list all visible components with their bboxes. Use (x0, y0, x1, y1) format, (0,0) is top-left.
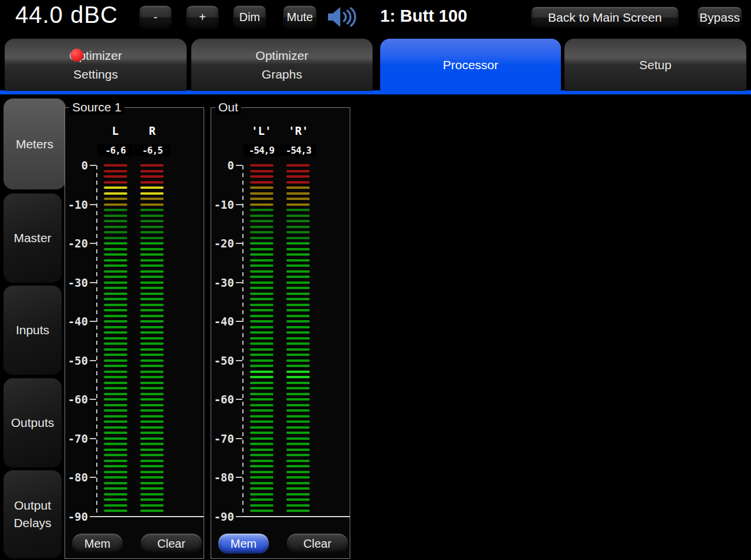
speaker-volume-icon[interactable] (327, 6, 360, 28)
preset-title: 1: Butt 100 (380, 6, 467, 26)
meter-segment (250, 476, 273, 478)
meter-segment (286, 270, 310, 273)
meter-segment (286, 476, 310, 478)
meter-segment (250, 404, 273, 406)
sidebar-item-inputs[interactable]: Inputs (4, 286, 62, 375)
back-to-main-button[interactable]: Back to Main Screen (531, 6, 679, 28)
meter-segment (250, 175, 273, 178)
volume-minus-button[interactable]: - (139, 5, 172, 29)
meter-segment (104, 471, 127, 473)
tab-setup[interactable]: Setup (564, 39, 746, 91)
meter-segment (250, 242, 273, 245)
meter-panel-source-1: Source 1 L R -6,6 -6,5 0-10-20-30-40-50-… (65, 107, 204, 559)
meter-segment (104, 415, 127, 418)
tab-optimizer-settings[interactable]: Optimizer Settings (5, 39, 187, 91)
sidebar-item-outputs[interactable]: Outputs (4, 378, 62, 467)
volume-plus-button[interactable]: + (186, 5, 219, 29)
meter-segment (104, 460, 127, 462)
meter-segment (286, 337, 310, 340)
meter-segment (104, 248, 127, 250)
meter-segment (250, 320, 273, 323)
meter-segment (104, 354, 127, 356)
meter-segment (140, 398, 164, 401)
meter-segment (286, 443, 310, 445)
meter-segment (104, 387, 127, 389)
scale-tick-label: -10 (211, 199, 234, 211)
scale-tick-label: -50 (211, 355, 234, 366)
meter-segment (286, 248, 310, 250)
mute-button[interactable]: Mute (283, 5, 317, 29)
clear-button[interactable]: Clear (286, 533, 349, 554)
top-bar: 44.0 dBC - + Dim Mute 1: Butt 100 Back t… (0, 0, 751, 34)
meter-segment (286, 259, 310, 262)
meter-segment (286, 220, 310, 222)
bypass-button[interactable]: Bypass (697, 6, 742, 28)
meter-segment (286, 460, 310, 462)
tab-optimizer-graphs[interactable]: Optimizer Graphs (191, 39, 373, 91)
meter-segment (286, 432, 310, 434)
meter-segment (250, 181, 273, 184)
meter-segment (140, 281, 164, 284)
meter-segment (104, 315, 127, 317)
meter-segment (250, 420, 273, 423)
meter-segment (140, 315, 164, 317)
meter-segment (286, 493, 310, 495)
meter-segment (250, 359, 273, 362)
meter-segment (140, 226, 164, 228)
meter-segment (250, 164, 273, 167)
meter-segment (104, 337, 127, 340)
meter-segment (250, 226, 273, 228)
meter-segment (140, 320, 164, 323)
meter-segment (104, 409, 127, 412)
meter-segment (140, 192, 164, 195)
meter-segment (104, 192, 127, 195)
meter-segment (286, 181, 310, 184)
tab-label: Setup (640, 56, 672, 74)
mem-button[interactable]: Mem (218, 533, 269, 554)
meter-segment (286, 371, 310, 373)
meter-segment (104, 493, 127, 495)
sidebar-item-label: Inputs (16, 323, 49, 338)
meter-segment (140, 209, 164, 211)
meter-segment (286, 203, 310, 206)
meter-segment (286, 209, 310, 211)
scale-tick-label: -20 (65, 237, 88, 249)
dim-button[interactable]: Dim (233, 5, 266, 29)
sidebar-item-output-delays[interactable]: Output Delays (4, 470, 62, 558)
meter-segment (104, 371, 127, 373)
sidebar-item-meters[interactable]: Meters (4, 99, 66, 189)
volume-minus-label: - (154, 11, 158, 24)
clear-button[interactable]: Clear (140, 533, 202, 554)
meter-segment (140, 231, 164, 233)
scale-tick-label: -30 (65, 277, 88, 289)
meter-axis (96, 165, 97, 517)
meter-segment (104, 309, 127, 311)
mem-button[interactable]: Mem (72, 533, 123, 554)
scale-tick-mark (90, 165, 96, 166)
meter-segment (286, 242, 310, 245)
meter-segment (104, 175, 127, 178)
meter-segment (140, 242, 164, 245)
channel-value-right: -54,3 (280, 144, 316, 157)
tab-processor[interactable]: Processor (380, 39, 561, 91)
meter-segment (104, 198, 127, 200)
scale-tick-label: -60 (65, 393, 88, 405)
scale-tick-label: 0 (65, 159, 88, 171)
mem-label: Mem (231, 537, 256, 551)
meter-segment (286, 354, 310, 356)
sidebar-item-master[interactable]: Master (4, 194, 62, 283)
meter-segment (250, 170, 273, 172)
meter-segment (140, 348, 164, 351)
meter-segment (250, 471, 273, 473)
meter-segment (140, 354, 164, 356)
channel-value-left: -6,6 (97, 144, 133, 157)
meter-segment (286, 331, 310, 334)
meter-segment (104, 432, 127, 434)
meter-segment (104, 359, 127, 362)
meter-segment (286, 164, 310, 167)
meter-segment (140, 432, 164, 434)
meter-segment (250, 437, 273, 440)
meter-segment (286, 482, 310, 484)
meter-segment (104, 186, 127, 189)
meter-baseline (242, 516, 350, 517)
